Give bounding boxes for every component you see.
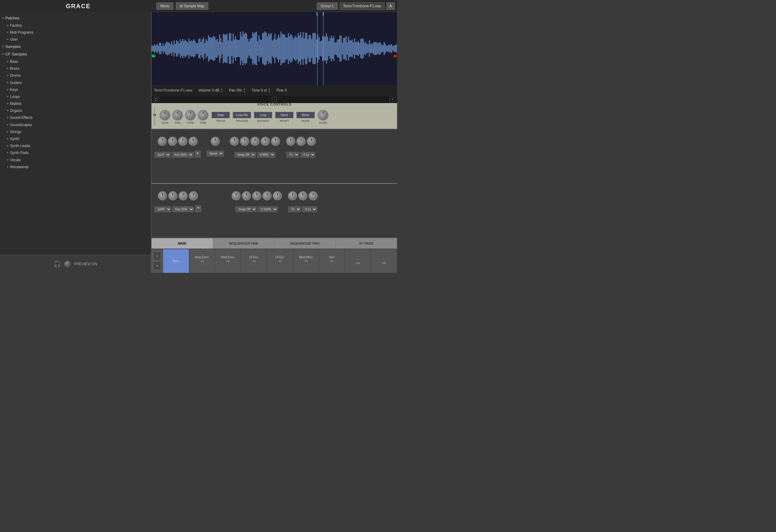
glide-knob[interactable] xyxy=(318,110,329,121)
amp-env-knob[interactable] xyxy=(261,137,270,146)
mod-env-knob[interactable] xyxy=(273,191,282,200)
mod-cell[interactable]: LFO1+ via - xyxy=(241,249,267,273)
lfo-two-rate-select[interactable]: 0.1s xyxy=(302,206,317,212)
bounds-button[interactable]: Loop xyxy=(254,112,272,118)
filter-one-knob[interactable] xyxy=(178,137,187,146)
sidebar-item[interactable]: +Woodwinds xyxy=(2,164,149,171)
mod-env-vel-select[interactable]: V:100% xyxy=(258,206,278,212)
menu-button[interactable]: Menu xyxy=(156,2,173,10)
sidebar-item[interactable]: +Bass xyxy=(2,58,149,65)
tab-main[interactable]: MAIN xyxy=(152,238,213,248)
amp-env-snap-select[interactable]: Snap Off xyxy=(235,152,256,158)
mod-nav-prev[interactable]: < xyxy=(153,252,161,260)
filter-two-knob[interactable] xyxy=(179,191,188,200)
mod-nav-next[interactable]: > xyxy=(153,261,161,270)
sidebar-item[interactable]: +Synth Leads xyxy=(2,143,149,149)
filter-two-arrow[interactable]: ▼ xyxy=(195,205,201,212)
mod-env-knob[interactable] xyxy=(262,191,271,200)
vc-knob[interactable] xyxy=(160,110,170,121)
track-button[interactable]: Note xyxy=(212,112,230,118)
a-button[interactable]: A xyxy=(386,2,395,10)
lfo-one-knob[interactable] xyxy=(286,137,295,146)
mod-cell[interactable]: - via xyxy=(345,249,371,273)
lfo-one-knob[interactable] xyxy=(307,137,316,146)
filter-one-knob[interactable] xyxy=(189,137,198,146)
amp-env-knob[interactable] xyxy=(250,137,259,146)
group-button[interactable]: Group 1 xyxy=(317,2,338,10)
filter-two-type-select[interactable]: 2xHP xyxy=(155,206,171,212)
lfo-two-knob[interactable] xyxy=(309,191,318,200)
sidebar-item[interactable]: +Synth xyxy=(2,136,149,143)
sidebar-item[interactable]: +User xyxy=(2,36,149,43)
filter-one-key-select[interactable]: Key 50% xyxy=(172,152,193,158)
sidebar-item[interactable]: +Brass xyxy=(2,65,149,72)
filter-one-knob[interactable] xyxy=(168,137,177,146)
sidebar-item[interactable]: +Mallets xyxy=(2,100,149,107)
mode-button[interactable]: Mono xyxy=(297,112,315,118)
lfo-two-shape-select[interactable]: Tri xyxy=(288,206,301,212)
mod-cell[interactable]: LFO2+ via - xyxy=(267,249,293,273)
sidebar-item[interactable]: +Midi Programs xyxy=(2,29,149,36)
tune-arrows[interactable]: ▲▼ xyxy=(268,87,270,93)
lfo-one-knob[interactable] xyxy=(297,137,306,146)
amp-env-knob[interactable] xyxy=(271,137,280,146)
filter-one-arrow[interactable]: ▼ xyxy=(195,151,201,158)
vc-knob[interactable] xyxy=(172,110,183,121)
sidebar-item[interactable]: +Sound Effects xyxy=(2,114,149,121)
sidebar-item[interactable]: +Drums xyxy=(2,72,149,79)
mod-env-knob[interactable] xyxy=(232,191,241,200)
trigger-button[interactable]: Loop Rls xyxy=(233,112,251,118)
vc-knob[interactable] xyxy=(185,110,196,121)
sidebar-item[interactable]: +Factory xyxy=(2,22,149,29)
reset-button[interactable]: None xyxy=(275,112,294,118)
sidebar-item[interactable]: +CF Samples xyxy=(2,51,149,58)
amp-env-vel-select[interactable]: V:80% xyxy=(257,152,275,158)
preview-knob[interactable] xyxy=(64,261,71,268)
mod-cell[interactable]: - via xyxy=(371,249,397,273)
voice-slider[interactable] xyxy=(154,108,155,126)
sidebar-item[interactable]: +Loops xyxy=(2,94,149,100)
mod-env-snap-select[interactable]: Snap Off xyxy=(235,206,257,212)
mod-cell[interactable]: Mod Whl+ via - xyxy=(293,249,319,273)
blend-knob[interactable] xyxy=(211,137,220,146)
filter-two-knob[interactable] xyxy=(158,191,167,200)
pan-arrows[interactable]: ▲▼ xyxy=(243,87,245,93)
filter-one-knob[interactable] xyxy=(158,137,167,146)
sidebar-item[interactable]: +Strings xyxy=(2,129,149,136)
sidebar-item[interactable]: +Samples xyxy=(2,43,149,51)
lfo-one-shape-select[interactable]: Tri xyxy=(286,152,299,158)
mod-env-knob[interactable] xyxy=(252,191,261,200)
mod-env-knob[interactable] xyxy=(242,191,251,200)
sidebar-item[interactable]: +Organs xyxy=(2,107,149,114)
amp-env-knob[interactable] xyxy=(230,137,239,146)
vc-knob[interactable] xyxy=(198,110,209,121)
sidebar-item[interactable]: +Synth Pads xyxy=(2,149,149,156)
filter-two-knob[interactable] xyxy=(168,191,177,200)
tab-xy-pads[interactable]: XY PADS xyxy=(336,238,397,248)
sidebar-item[interactable]: +Vocals xyxy=(2,157,149,164)
mod-cell[interactable]: Vel+ via - xyxy=(319,249,345,273)
tab-sequencer-two[interactable]: SEQUENCER TWO xyxy=(274,238,336,248)
mod-cell[interactable]: Mod Env+ via - xyxy=(215,249,241,273)
mod-cell[interactable]: Main xyxy=(163,249,189,273)
mod-cell[interactable]: Amp Env+ via - xyxy=(189,249,215,273)
tab-sequencer-one[interactable]: SEQUENCER ONE xyxy=(213,238,274,248)
waveform-canvas[interactable]: // Generate waveform bars via JS after p… xyxy=(152,12,397,85)
lfo-two-knob[interactable] xyxy=(288,191,297,200)
sample-map-button[interactable]: ⊞ Sample Map xyxy=(176,2,208,10)
loop-minus-btn[interactable]: - xyxy=(272,97,277,102)
lfo-two-knob[interactable] xyxy=(298,191,308,200)
voice-slider-thumb[interactable] xyxy=(153,114,156,116)
filter-two-knob[interactable] xyxy=(189,191,198,200)
amp-env-knob[interactable] xyxy=(240,137,249,146)
blend-mode-select[interactable]: Serial xyxy=(207,151,224,156)
volume-arrows[interactable]: ▲▼ xyxy=(221,87,223,93)
sidebar-item[interactable]: +Keys xyxy=(2,86,149,94)
sidebar-item[interactable]: +Patches xyxy=(2,15,149,22)
sidebar-item[interactable]: +Guitars xyxy=(2,79,149,86)
sidebar-item[interactable]: +Soundscapes xyxy=(2,122,149,129)
loop-plus-btn[interactable]: + xyxy=(390,97,395,102)
filter-two-key-select[interactable]: Key 50% xyxy=(173,206,194,212)
filter-one-type-select[interactable]: 2xLP xyxy=(155,152,171,158)
lfo-one-rate-select[interactable]: 0.1s xyxy=(301,152,315,158)
